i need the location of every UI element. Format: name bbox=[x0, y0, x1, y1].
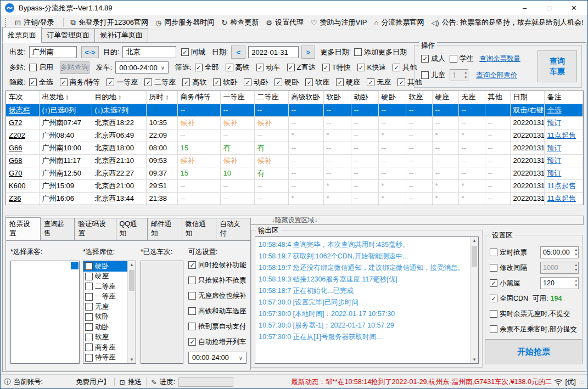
column-header[interactable]: 其他 bbox=[485, 91, 510, 104]
maximize-button[interactable]: □ bbox=[537, 1, 562, 15]
optional-setting[interactable]: 抢到票自动支付 bbox=[188, 319, 250, 334]
toolbar-item[interactable]: ⚙设置代理 bbox=[266, 18, 304, 27]
hide-option-item[interactable]: 无座 bbox=[367, 77, 391, 87]
scroll-down-icon[interactable]: ▼ bbox=[128, 357, 136, 362]
scroll-up-icon[interactable]: ▲ bbox=[471, 238, 478, 243]
note-link[interactable]: 预订 bbox=[547, 156, 562, 165]
seat-option-checkbox[interactable] bbox=[85, 303, 93, 311]
selected-trains-listbox[interactable] bbox=[141, 261, 183, 364]
seat-option-checkbox[interactable] bbox=[85, 343, 93, 351]
hide-option-item[interactable]: 一等座 bbox=[107, 77, 138, 87]
hide-option-checkbox[interactable] bbox=[367, 78, 374, 86]
settings-tab[interactable]: 抢票设置 bbox=[5, 217, 41, 240]
settings-tab[interactable]: 微信通知 bbox=[182, 218, 217, 240]
table-row[interactable]: G72广州南07:47北京西18:2210:35候补候补候补----------… bbox=[6, 116, 583, 129]
adult-checkbox[interactable] bbox=[421, 55, 429, 63]
hide-option-checkbox[interactable] bbox=[60, 78, 68, 86]
note-link[interactable]: 11点起售 bbox=[547, 194, 576, 202]
start-grabbing-button[interactable]: 开始抢票 bbox=[485, 339, 583, 364]
hide-option-item[interactable]: 高软 bbox=[182, 77, 206, 87]
column-header[interactable]: 软卧 bbox=[323, 91, 351, 104]
train-number-link[interactable]: Z202 bbox=[9, 131, 25, 139]
filter-item[interactable]: 动车 bbox=[256, 63, 281, 72]
train-number-link[interactable]: G72 bbox=[9, 119, 23, 127]
settings-tab[interactable]: 验证码设置 bbox=[75, 218, 116, 240]
hide-option-item[interactable]: 硬卧 bbox=[275, 77, 299, 87]
hide-option-item[interactable]: 动卧 bbox=[244, 77, 268, 87]
hide-option-checkbox[interactable] bbox=[305, 78, 313, 86]
multi-query-button[interactable]: 多站查询 bbox=[60, 61, 89, 74]
settings-spinner[interactable]: 1000 bbox=[540, 262, 579, 274]
seat-option-checkbox[interactable] bbox=[85, 273, 93, 280]
hide-option-checkbox[interactable] bbox=[275, 78, 282, 86]
resize-grip[interactable]: .:: bbox=[579, 379, 584, 385]
optional-setting-checkbox[interactable] bbox=[188, 338, 196, 346]
depart-input[interactable]: 广州南 bbox=[29, 46, 77, 58]
hide-option-item[interactable]: 硬座 bbox=[336, 77, 360, 87]
filter-item[interactable]: K快速 bbox=[357, 63, 387, 72]
page-tab[interactable]: 候补订单页面 bbox=[95, 28, 148, 43]
toolbar-item[interactable]: ⧉免登录打开12306官网 bbox=[71, 18, 148, 27]
train-number-link[interactable]: G68 bbox=[9, 156, 23, 165]
settings-checkbox[interactable] bbox=[490, 325, 497, 333]
settings-tab[interactable]: QQ通知 bbox=[116, 218, 148, 240]
multi-enable-checkbox[interactable] bbox=[29, 64, 37, 71]
filter-item[interactable]: 全部 bbox=[195, 63, 219, 72]
table-row[interactable]: G70广州南12:50北京西22:2709:371510有-----------… bbox=[6, 167, 583, 179]
dest-input[interactable]: 北京 bbox=[122, 46, 176, 58]
settings-checkbox[interactable] bbox=[490, 264, 497, 272]
seat-option-checkbox[interactable] bbox=[85, 323, 93, 331]
optional-setting-checkbox[interactable] bbox=[188, 292, 196, 300]
page-tab[interactable]: 抢票页面 bbox=[2, 27, 42, 43]
student-checkbox[interactable] bbox=[450, 55, 457, 63]
toolbar-item[interactable]: ◁)公告: 抢票靠的是坚持，放弃就是给别人机会! bbox=[431, 18, 583, 27]
column-header[interactable]: 历时 ↕ bbox=[146, 91, 177, 104]
add-more-dates-checkbox[interactable] bbox=[354, 48, 362, 56]
depart-time-combo[interactable]: 00:00-24:00 bbox=[115, 61, 169, 74]
hide-option-checkbox[interactable] bbox=[336, 78, 344, 86]
note-link[interactable]: 全选 bbox=[547, 106, 562, 114]
optional-setting[interactable]: 高铁和动车选座 bbox=[188, 303, 250, 319]
toolbar-item[interactable]: ◷同步服务器时间 bbox=[155, 18, 214, 27]
note-link[interactable]: 预订 bbox=[547, 169, 562, 177]
seat-option[interactable]: 无座 bbox=[83, 302, 127, 312]
settings-checkbox[interactable] bbox=[490, 249, 497, 256]
prev-date-button[interactable]: < bbox=[231, 46, 245, 59]
seat-option[interactable]: 一等座 bbox=[83, 292, 127, 302]
grab-time-combo[interactable]: 00:00-24:00 bbox=[188, 352, 247, 364]
minimize-button[interactable]: – bbox=[512, 1, 537, 15]
add-more-dates-checkbox-item[interactable]: 添加更多日期 bbox=[354, 47, 407, 57]
note-link[interactable]: 11点起售 bbox=[547, 131, 576, 139]
seat-option[interactable]: 动卧 bbox=[83, 322, 127, 332]
status-row[interactable]: 状态栏(↑)已选0列(↓)未选7列--------------------双击/… bbox=[6, 104, 583, 116]
table-row[interactable]: G68广州南11:17北京西21:1009:53候补候补候补----------… bbox=[6, 154, 583, 167]
table-row[interactable]: Z202广州08:40北京西06:4922:09------**--*--**-… bbox=[6, 129, 583, 142]
optional-setting-checkbox[interactable] bbox=[188, 323, 196, 330]
passengers-scroll-thumb[interactable] bbox=[71, 262, 79, 269]
hide-option-checkbox[interactable] bbox=[29, 78, 37, 86]
train-number-link[interactable]: G70 bbox=[9, 169, 23, 177]
seat-option[interactable]: 硬座 bbox=[83, 272, 127, 282]
hide-option-checkbox[interactable] bbox=[244, 78, 251, 86]
seat-option-checkbox[interactable] bbox=[85, 262, 93, 270]
seat-option[interactable]: 软座 bbox=[83, 332, 127, 343]
optional-setting[interactable]: 只抢候补不抢票 bbox=[188, 273, 250, 288]
column-header[interactable]: 商务/特等 bbox=[177, 91, 220, 104]
seat-option[interactable]: 商务座 bbox=[83, 342, 127, 353]
page-tab[interactable]: 订单管理页面 bbox=[42, 28, 95, 43]
seat-option-checkbox[interactable] bbox=[85, 283, 93, 290]
seat-option-checkbox[interactable] bbox=[85, 334, 93, 341]
train-number-link[interactable]: G66 bbox=[9, 144, 23, 152]
filter-item[interactable]: T特快 bbox=[322, 63, 351, 72]
column-header[interactable]: 日期 bbox=[510, 91, 544, 104]
table-row[interactable]: G66广州南10:00北京西18:0008:0015有有------------… bbox=[6, 142, 583, 154]
filter-checkbox[interactable] bbox=[393, 64, 400, 71]
seat-option[interactable]: 硬卧 bbox=[83, 261, 127, 272]
filter-checkbox[interactable] bbox=[357, 64, 365, 71]
column-header[interactable]: 二等座 bbox=[254, 91, 288, 104]
hide-option-checkbox[interactable] bbox=[213, 78, 221, 86]
hide-option-item[interactable]: 二等座 bbox=[144, 77, 176, 87]
note-link[interactable]: 11点起售 bbox=[547, 182, 576, 190]
output-scrollbar[interactable]: ▲ ▼ bbox=[470, 237, 478, 363]
filter-item[interactable]: 其他 bbox=[393, 63, 417, 72]
